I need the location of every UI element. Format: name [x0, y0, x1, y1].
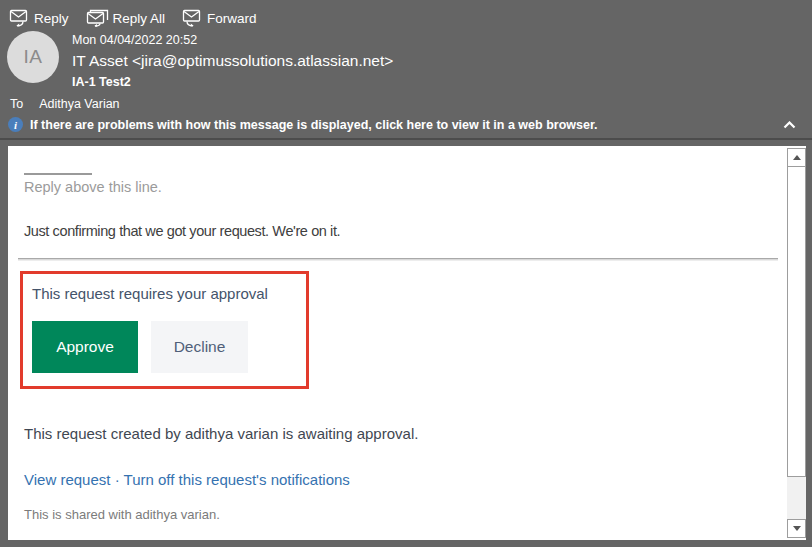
message-subject: IA-1 Test2: [72, 75, 131, 89]
reply-button-label: Reply: [34, 11, 69, 26]
view-request-link[interactable]: View request: [24, 471, 110, 488]
reply-button[interactable]: Reply: [9, 9, 69, 27]
approval-buttons-row: Approve Decline: [32, 321, 306, 373]
forward-icon: [182, 9, 203, 27]
request-links-row: View request · Turn off this request's n…: [24, 471, 766, 488]
sender-avatar[interactable]: IA: [7, 31, 59, 83]
scroll-up-arrow-icon: [793, 155, 801, 160]
decline-button[interactable]: Decline: [151, 321, 248, 373]
reply-above-text: Reply above this line.: [24, 179, 766, 195]
display-problems-banner[interactable]: i If there are problems with how this me…: [0, 112, 812, 137]
info-icon: i: [8, 117, 23, 132]
email-content: Reply above this line. Just confirming t…: [24, 146, 766, 522]
reply-all-icon: [86, 9, 109, 27]
reply-icon: [9, 9, 30, 27]
chevron-up-icon[interactable]: [783, 118, 796, 132]
awaiting-approval-text: This request created by adithya varian i…: [24, 425, 766, 442]
scrollbar-thumb[interactable]: [787, 166, 806, 477]
approval-heading: This request requires your approval: [32, 285, 306, 302]
recipient-row: ToAdithya Varian: [10, 97, 120, 111]
horizontal-rule: [18, 258, 778, 261]
forward-button-label: Forward: [207, 11, 257, 26]
vertical-scrollbar[interactable]: [787, 148, 806, 538]
approval-highlight-box: This request requires your approval Appr…: [20, 271, 309, 389]
header-divider: [0, 138, 812, 140]
reply-all-button[interactable]: Reply All: [86, 9, 166, 27]
to-label: To: [10, 97, 23, 111]
approve-button[interactable]: Approve: [32, 321, 138, 373]
forward-button[interactable]: Forward: [182, 9, 257, 27]
message-date: Mon 04/04/2022 20:52: [72, 33, 197, 47]
scrollbar-track[interactable]: [787, 477, 806, 519]
recipient-name[interactable]: Adithya Varian: [39, 97, 119, 111]
reply-separator-line: [24, 173, 92, 175]
display-problems-text[interactable]: If there are problems with how this mess…: [30, 118, 598, 132]
confirmation-text: Just confirming that we got your request…: [24, 223, 766, 239]
message-toolbar: Reply Reply All: [9, 9, 257, 27]
scroll-down-arrow-icon: [793, 526, 801, 531]
sender-address[interactable]: IT Asset <jira@optimussolutions.atlassia…: [72, 52, 393, 70]
outlook-reading-pane-window: Reply Reply All: [0, 0, 812, 547]
links-separator: ·: [115, 471, 120, 488]
scroll-up-button[interactable]: [787, 148, 806, 167]
reply-all-button-label: Reply All: [113, 11, 166, 26]
email-body-pane: Reply above this line. Just confirming t…: [8, 146, 806, 540]
avatar-initials: IA: [24, 46, 43, 68]
scroll-down-button[interactable]: [787, 519, 806, 538]
turn-off-notifications-link[interactable]: Turn off this request's notifications: [124, 471, 350, 488]
shared-with-text: This is shared with adithya varian.: [24, 507, 766, 522]
